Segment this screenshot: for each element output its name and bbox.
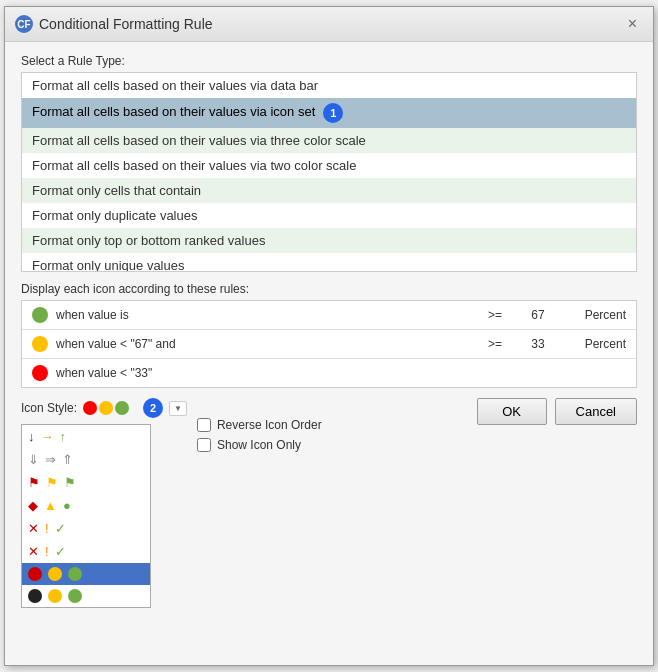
preview-yellow: [99, 401, 113, 415]
rule-unit-0: Percent: [566, 308, 626, 322]
icon-set-symbol: ◆: [28, 498, 38, 513]
rule-type-label: Select a Rule Type:: [21, 54, 637, 68]
icon-set-symbol: ⇓: [28, 452, 39, 467]
rule-op-1: >=: [480, 337, 510, 351]
reverse-checkbox-row: Reverse Icon Order: [197, 418, 322, 432]
title-bar: CF Conditional Formatting Rule ×: [5, 7, 653, 42]
show-icon-only-checkbox[interactable]: [197, 438, 211, 452]
rule-type-item-two_color[interactable]: Format all cells based on their values v…: [22, 153, 636, 178]
rule-type-list[interactable]: Format all cells based on their values v…: [21, 72, 637, 272]
reverse-icon-order-checkbox[interactable]: [197, 418, 211, 432]
icon-set-row-7[interactable]: [22, 585, 150, 607]
icon-set-circle: [48, 589, 62, 603]
rule-val-0: 67: [518, 308, 558, 322]
icon-set-circle: [28, 567, 42, 581]
dialog-icon: CF: [15, 15, 33, 33]
icon-circle-yellow: [32, 336, 48, 352]
icon-set-symbol: ✕: [28, 521, 39, 536]
cancel-button[interactable]: Cancel: [555, 398, 637, 425]
icon-set-row-0[interactable]: ↓→↑: [22, 425, 150, 448]
icon-set-symbol: ●: [63, 498, 71, 513]
checkboxes-section: Reverse Icon Order Show Icon Only: [197, 398, 322, 452]
rule-op-0: >=: [480, 308, 510, 322]
icon-style-label: Icon Style:: [21, 401, 77, 415]
rule-val-1: 33: [518, 337, 558, 351]
icon-rule-row-1: when value < "67" and>=33Percent: [22, 330, 636, 359]
icon-rule-row-2: when value < "33": [22, 359, 636, 387]
ok-button[interactable]: OK: [477, 398, 547, 425]
icon-style-row: Icon Style: 2 ▼: [21, 398, 187, 418]
icon-style-badge: 2: [143, 398, 163, 418]
icon-set-symbol: ⇑: [62, 452, 73, 467]
rule-type-item-top_bottom[interactable]: Format only top or bottom ranked values: [22, 228, 636, 253]
rule-type-item-contain[interactable]: Format only cells that contain: [22, 178, 636, 203]
icon-rules-container: when value is>=67Percentwhen value < "67…: [21, 300, 637, 388]
icon-set-symbol: ↓: [28, 429, 35, 444]
icon-set-symbol: !: [45, 544, 49, 559]
chevron-down-icon: ▼: [174, 404, 182, 413]
rule-type-item-unique[interactable]: Format only unique values: [22, 253, 636, 272]
rule-unit-1: Percent: [566, 337, 626, 351]
icon-set-symbol: ▲: [44, 498, 57, 513]
icon-style-dropdown[interactable]: ▼: [169, 401, 187, 416]
reverse-icon-order-label[interactable]: Reverse Icon Order: [217, 418, 322, 432]
rule-type-item-data_bar[interactable]: Format all cells based on their values v…: [22, 73, 636, 98]
rule-text-1: when value < "67" and: [56, 337, 472, 351]
icon-set-symbol: ⚑: [46, 475, 58, 490]
icon-set-circle: [28, 589, 42, 603]
icon-set-symbol: !: [45, 521, 49, 536]
dialog-body: Select a Rule Type: Format all cells bas…: [5, 42, 653, 665]
display-section: Display each icon according to these rul…: [21, 282, 637, 388]
ok-cancel-section: OK Cancel: [332, 398, 637, 435]
rule-text-2: when value < "33": [56, 366, 626, 380]
show-icon-only-checkbox-row: Show Icon Only: [197, 438, 322, 452]
icon-set-symbol: ⇒: [45, 452, 56, 467]
icon-set-symbol: ⚑: [64, 475, 76, 490]
close-button[interactable]: ×: [622, 13, 643, 35]
bottom-section: Icon Style: 2 ▼ ↓→↑⇓⇒⇑⚑⚑⚑◆▲●✕!✓✕!✓: [21, 398, 637, 653]
icon-set-symbol: →: [41, 429, 54, 444]
icon-style-popup[interactable]: ↓→↑⇓⇒⇑⚑⚑⚑◆▲●✕!✓✕!✓: [21, 424, 151, 608]
icon-set-row-4[interactable]: ✕!✓: [22, 517, 150, 540]
display-label: Display each icon according to these rul…: [21, 282, 637, 296]
preview-green: [115, 401, 129, 415]
rule-type-section: Select a Rule Type: Format all cells bas…: [21, 54, 637, 272]
icon-set-circle: [68, 589, 82, 603]
title-bar-left: CF Conditional Formatting Rule: [15, 15, 213, 33]
icon-set-symbol: ✓: [55, 544, 66, 559]
dialog: CF Conditional Formatting Rule × Select …: [4, 6, 654, 666]
icon-set-row-2[interactable]: ⚑⚑⚑: [22, 471, 150, 494]
rule-type-item-icon_set[interactable]: Format all cells based on their values v…: [22, 98, 636, 128]
icon-set-row-3[interactable]: ◆▲●: [22, 494, 150, 517]
icon-circle-red: [32, 365, 48, 381]
icon-set-row-1[interactable]: ⇓⇒⇑: [22, 448, 150, 471]
show-icon-only-label[interactable]: Show Icon Only: [217, 438, 301, 452]
icon-set-row-6[interactable]: [22, 563, 150, 585]
rule-text-0: when value is: [56, 308, 472, 322]
icon-style-container: Icon Style: 2 ▼ ↓→↑⇓⇒⇑⚑⚑⚑◆▲●✕!✓✕!✓: [21, 398, 187, 608]
icon-rule-row-0: when value is>=67Percent: [22, 301, 636, 330]
icon-set-symbol: ✕: [28, 544, 39, 559]
icon-set-symbol: ⚑: [28, 475, 40, 490]
icon-set-symbol: ✓: [55, 521, 66, 536]
icon-set-symbol: ↑: [60, 429, 67, 444]
icon-circle-green: [32, 307, 48, 323]
rule-type-item-duplicate[interactable]: Format only duplicate values: [22, 203, 636, 228]
rule-type-item-three_color[interactable]: Format all cells based on their values v…: [22, 128, 636, 153]
icon-set-row-5[interactable]: ✕!✓: [22, 540, 150, 563]
icon-preview: [83, 401, 129, 415]
dialog-title: Conditional Formatting Rule: [39, 16, 213, 32]
preview-red: [83, 401, 97, 415]
icon-set-circle: [68, 567, 82, 581]
rule-badge: 1: [323, 103, 343, 123]
icon-set-circle: [48, 567, 62, 581]
